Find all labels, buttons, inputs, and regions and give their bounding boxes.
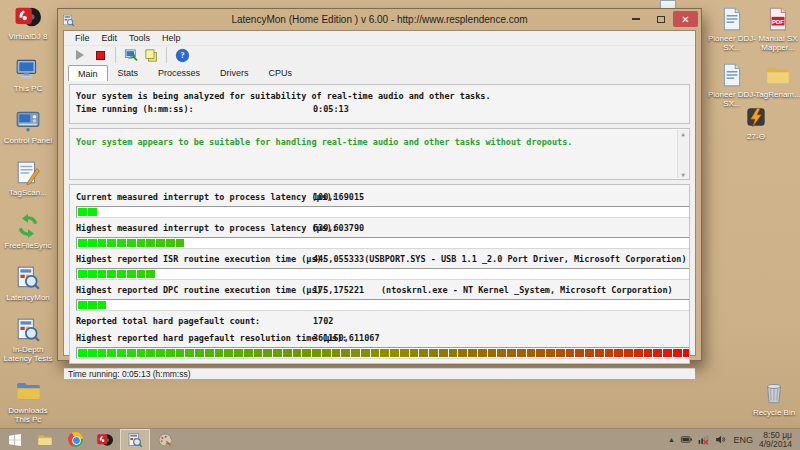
desktop-icon-control-panel[interactable]: Control Panel — [2, 108, 54, 145]
help-button[interactable]: ? — [172, 46, 192, 64]
clock-date: 4/9/2014 — [759, 439, 792, 449]
meter-bar-segment — [341, 349, 350, 357]
taskbar: ▲ ENG 8:50 μμ 4/9/2014 — [0, 428, 800, 450]
start-monitor-button[interactable] — [70, 46, 90, 64]
meter-bar-segment — [673, 349, 682, 357]
meter-bar-segment — [88, 239, 97, 247]
meter-bar-segment — [419, 349, 428, 357]
desktop-icon-tagrenam[interactable]: TagRenam... — [752, 62, 800, 99]
analyze-button[interactable] — [121, 46, 141, 64]
meter-bar-segment — [429, 349, 438, 357]
language-indicator[interactable]: ENG — [733, 435, 753, 445]
tab-stats[interactable]: Stats — [108, 64, 149, 80]
meter-value: 100,169015 — [313, 191, 381, 204]
desktop-icon-virtualdj-8[interactable]: VirtualDJ 8 — [2, 4, 54, 41]
meter-bar-segment — [166, 349, 175, 357]
desktop-icon-downloads-this-pc[interactable]: Downloads This Pc — [2, 378, 54, 424]
desktop-icon-pioneer-ddj-sx[interactable]: Pioneer DDJ-SX... — [706, 62, 758, 108]
desktop-icon-latencymon[interactable]: LatencyMon — [2, 265, 54, 302]
stop-monitor-button[interactable] — [90, 46, 110, 64]
meter-bar-segment — [400, 349, 409, 357]
meter-bar-segment — [88, 208, 97, 216]
meter-value: 175,175221 — [313, 284, 381, 297]
meter-label: Highest reported ISR routine execution t… — [76, 253, 313, 266]
meter-bar-segment — [478, 349, 487, 357]
desktop-icon-label: Control Panel — [4, 136, 52, 145]
desktop-icon-label: TagRenam... — [755, 90, 800, 99]
desktop-icon-pioneer-ddj-sx[interactable]: Pioneer DDJ-SX... — [706, 6, 758, 52]
taskbar-explorer-app[interactable] — [30, 429, 60, 450]
meter-bar — [76, 347, 690, 359]
clock[interactable]: 8:50 μμ 4/9/2014 — [759, 431, 796, 449]
sync-icon — [15, 213, 41, 239]
meter-driver-info: (USBPORT.SYS - USB 1.1 _2.0 Port Driver,… — [364, 253, 686, 266]
control-panel-icon — [15, 108, 41, 134]
taskbar-virtualdj-app[interactable] — [90, 429, 120, 450]
meters-panel: Current measured interrupt to process la… — [69, 184, 690, 364]
title-bar[interactable]: LatencyMon (Home Edition ) v 6.00 - http… — [58, 9, 701, 30]
desktop-icon-freefilesync[interactable]: FreeFileSync — [2, 213, 54, 250]
taskbar-paint-app[interactable] — [150, 429, 180, 450]
desktop-icon-tagscan[interactable]: TagScan... — [2, 160, 54, 197]
verdict-scrollbar[interactable]: ▲▼ — [677, 130, 688, 178]
tab-cpus[interactable]: CPUs — [259, 64, 303, 80]
network-disconnected-icon[interactable] — [695, 431, 712, 449]
meter-bar-segment — [98, 301, 107, 309]
time-running-value: 0:05:13 — [313, 103, 433, 116]
meter-bar-segment — [536, 349, 545, 357]
minimize-button[interactable] — [623, 11, 648, 27]
meter-bar-segment — [634, 349, 643, 357]
meter-bar-segment — [146, 239, 155, 247]
latencymon-window: LatencyMon (Home Edition ) v 6.00 - http… — [57, 8, 702, 361]
meter-bar-segment — [488, 349, 497, 357]
desktop-left-icon-column: VirtualDJ 8This PCControl PanelTagScan..… — [2, 4, 54, 424]
meter-bar-segment — [566, 349, 575, 357]
scroll-up-icon[interactable]: ▲ — [681, 130, 685, 137]
meter-bar-segment — [546, 349, 555, 357]
meter-bar-segment — [351, 349, 360, 357]
virtualdj-icon — [15, 4, 41, 30]
meter-bar-segment — [332, 349, 341, 357]
meter-bar — [76, 206, 690, 218]
desktop-icon-recycle-bin[interactable]: Recycle Bin — [748, 380, 800, 417]
meter-row: Reported total hard pagefault count:1702 — [76, 315, 683, 328]
tab-drivers[interactable]: Drivers — [210, 64, 259, 80]
copy-report-button[interactable] — [141, 46, 161, 64]
tab-processes[interactable]: Processes — [148, 64, 210, 80]
meter-bar-segment — [497, 349, 506, 357]
desktop-icon-label: Recycle Bin — [753, 408, 795, 417]
meter-bar-segment — [439, 349, 448, 357]
taskbar-start-button[interactable] — [0, 429, 30, 450]
meter-value: 361150,611067 — [313, 332, 381, 345]
meter-bar-segment — [176, 349, 185, 357]
menu-item-file[interactable]: File — [69, 31, 96, 45]
desktop-icon-this-pc[interactable]: This PC — [2, 56, 54, 93]
taskbar-chrome-app[interactable] — [60, 429, 90, 450]
latencymon-app-icon — [62, 13, 75, 26]
tab-strip: MainStatsProcessesDriversCPUs — [64, 64, 695, 80]
meter-bar-segment — [595, 349, 604, 357]
menu-item-tools[interactable]: Tools — [123, 31, 156, 45]
maximize-button[interactable] — [648, 11, 673, 27]
desktop-icon-manual-sx-mapper[interactable]: PDFManual SX Mapper... — [752, 6, 800, 52]
scroll-down-icon[interactable]: ▼ — [681, 171, 685, 178]
menu-item-help[interactable]: Help — [156, 31, 187, 45]
battery-icon[interactable] — [678, 431, 695, 449]
analysis-line: Your system is being analyzed for suitab… — [76, 90, 683, 103]
verdict-text: Your system appears to be suitable for h… — [76, 136, 683, 149]
meter-bar-segment — [205, 349, 214, 357]
meter-label: Current measured interrupt to process la… — [76, 191, 313, 204]
latencymon-icon — [15, 317, 41, 343]
volume-icon[interactable] — [712, 431, 729, 449]
desktop-icon-in-depth-latency-tests[interactable]: In-Depth Latency Tests — [2, 317, 54, 363]
taskbar-latencymon-app[interactable] — [120, 429, 150, 450]
meter-bar-segment — [527, 349, 536, 357]
menu-item-edit[interactable]: Edit — [96, 31, 124, 45]
meter-bar-segment — [88, 301, 97, 309]
tab-main[interactable]: Main — [68, 65, 108, 81]
close-button[interactable]: ✕ — [673, 11, 698, 27]
meter-bar-segment — [653, 349, 662, 357]
desktop-icon-27[interactable]: 27-Θ — [730, 104, 782, 141]
hidden-icons-chevron[interactable]: ▲ — [664, 436, 678, 443]
taskbar-apps — [0, 429, 180, 450]
